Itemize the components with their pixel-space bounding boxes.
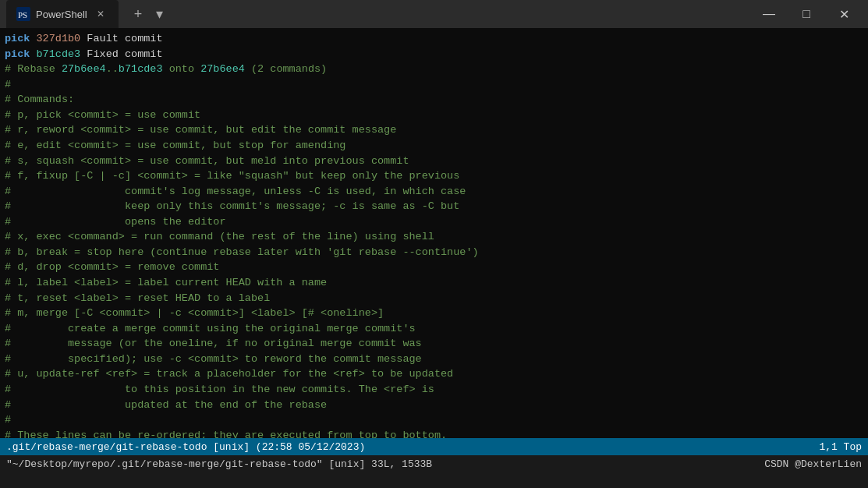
maximize-button[interactable]: □: [788, 0, 824, 28]
terminal-line-2: pick b71cde3 Fixed commit: [5, 47, 863, 62]
terminal-line-1: pick 327d1b0 Fault commit: [5, 31, 863, 47]
terminal-line-16: # b, break = stop here (continue rebase …: [5, 245, 863, 260]
terminal-line-4: # Rebase 27b6ee4..b71cde3 onto 27b6ee4 (…: [5, 62, 863, 77]
terminal-line-23: # specified); use -c <commit> to reword …: [5, 352, 863, 367]
svg-text:PS: PS: [18, 10, 27, 19]
terminal-line-13: # keep only this commit's message; -c is…: [5, 199, 863, 214]
bottom-bar-right: CSDN @DexterLien: [764, 458, 862, 470]
tab-title: PowerShell: [36, 9, 87, 20]
terminal-line-27: #: [5, 412, 863, 428]
terminal-line-21: # create a merge commit using the origin…: [5, 321, 863, 337]
vim-statusbar-right: 1,1 Top: [819, 441, 862, 453]
terminal-line-17: # d, drop <commit> = remove commit: [5, 260, 863, 275]
terminal-line-18: # l, label <label> = label current HEAD …: [5, 275, 863, 291]
terminal-line-7: # p, pick <commit> = use commit: [5, 108, 863, 123]
window-controls: — □ ✕: [751, 0, 862, 28]
terminal-line-5: #: [5, 77, 863, 93]
powershell-icon: PS: [16, 6, 31, 22]
terminal-line-20: # m, merge [-C <commit> | -c <commit>] <…: [5, 306, 863, 321]
minimize-button[interactable]: —: [751, 0, 787, 28]
bottom-bar-left: "~/Desktop/myrepo/.git/rebase-merge/git-…: [6, 458, 432, 470]
terminal-line-14: # opens the editor: [5, 214, 863, 230]
titlebar: PS PowerShell ✕ + ▾ — □ ✕: [0, 0, 868, 28]
terminal-line-12: # commit's log message, unless -C is use…: [5, 184, 863, 200]
close-button[interactable]: ✕: [826, 0, 862, 28]
terminal-line-9: # e, edit <commit> = use commit, but sto…: [5, 138, 863, 154]
terminal-line-22: # message (or the oneline, if no origina…: [5, 336, 863, 352]
terminal-line-24: # u, update-ref <ref> = track a placehol…: [5, 366, 863, 382]
terminal-line-28: # These lines can be re-ordered; they ar…: [5, 428, 863, 438]
terminal-line-26: # updated at the end of the rebase: [5, 398, 863, 413]
close-tab-button[interactable]: ✕: [92, 5, 109, 23]
terminal-line-25: # to this position in the new commits. T…: [5, 382, 863, 398]
terminal-line-6: # Commands:: [5, 92, 863, 108]
active-tab[interactable]: PS PowerShell ✕: [6, 0, 119, 28]
bottom-bar: "~/Desktop/myrepo/.git/rebase-merge/git-…: [0, 455, 868, 472]
tab-dropdown-button[interactable]: ▾: [150, 2, 169, 26]
terminal-content: pick 327d1b0 Fault commit pick b71cde3 F…: [0, 28, 868, 438]
vim-statusbar: .git/rebase-merge/git-rebase-todo [unix]…: [0, 438, 868, 455]
terminal-line-10: # s, squash <commit> = use commit, but m…: [5, 154, 863, 169]
terminal-line-8: # r, reword <commit> = use commit, but e…: [5, 122, 863, 138]
new-tab-button[interactable]: +: [128, 3, 149, 26]
terminal-line-19: # t, reset <label> = reset HEAD to a lab…: [5, 291, 863, 306]
terminal-line-11: # f, fixup [-C | -c] <commit> = like "sq…: [5, 168, 863, 184]
terminal-line-15: # x, exec <command> = run command (the r…: [5, 229, 863, 245]
vim-statusbar-left: .git/rebase-merge/git-rebase-todo [unix]…: [6, 441, 365, 453]
